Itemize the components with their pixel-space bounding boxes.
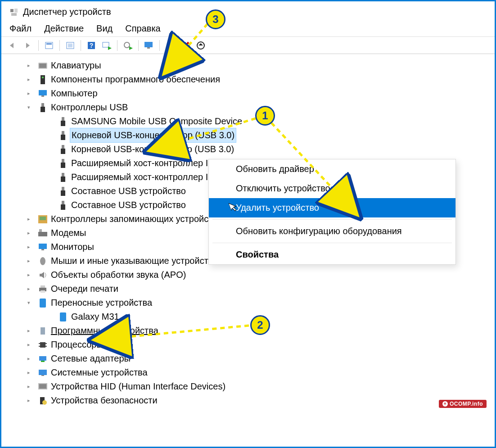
svg-rect-65 [45, 346, 47, 347]
svg-marker-4 [26, 43, 30, 48]
tree-label: Составное USB устройство [71, 198, 186, 212]
ctx-scan[interactable]: Обновить конфигурацию оборудования [209, 222, 455, 241]
tree-label: Составное USB устройство [71, 184, 186, 198]
svg-marker-3 [10, 43, 14, 48]
tree-item-usb-controllers[interactable]: ▾Контроллеры USB [1, 100, 495, 114]
mouse-icon [38, 257, 47, 266]
tree-item-network[interactable]: ▸Сетевые адаптеры [1, 352, 495, 366]
properties-button[interactable] [63, 39, 77, 52]
svg-rect-41 [62, 173, 64, 176]
svg-rect-18 [147, 47, 150, 49]
tree-item-audio-apo[interactable]: ▸Объекты обработки звука (APO) [1, 268, 495, 282]
tree-label: Переносные устройства [51, 296, 152, 310]
speaker-icon [38, 271, 47, 280]
add-legacy-button[interactable] [163, 39, 177, 52]
update-driver-button[interactable] [121, 39, 135, 52]
tree-item-samsung-usb[interactable]: SAMSUNG Mobile USB Composite Device [1, 114, 495, 128]
svg-rect-44 [61, 190, 65, 196]
back-button[interactable] [6, 39, 19, 52]
tree-item-portable[interactable]: ▾Переносные устройства [1, 296, 495, 310]
svg-rect-36 [61, 135, 65, 140]
tree-item-software-devices[interactable]: ▸Программные устройства [1, 324, 495, 338]
svg-rect-29 [39, 90, 47, 95]
toolbar: ? [1, 37, 495, 54]
svg-marker-16 [129, 46, 133, 50]
show-hide-tree-button[interactable] [42, 39, 56, 52]
computer-icon [38, 89, 47, 98]
system-icon [38, 368, 47, 377]
separator-icon [159, 40, 160, 51]
tree-item-system-devices[interactable]: ▸Системные устройства [1, 366, 495, 380]
svg-rect-42 [61, 176, 65, 182]
tree-item-root-hub-selected[interactable]: Корневой USB-концентратор (USB 3.0) [1, 128, 495, 142]
menubar[interactable]: Файл Действие Вид Справка [1, 20, 495, 37]
tree-item-print-queues[interactable]: ▸Очереди печати [1, 282, 495, 296]
svg-rect-50 [39, 229, 42, 232]
tree-item-galaxy-m31[interactable]: Galaxy M31 [1, 310, 495, 324]
watermark: + OCOMP.info [439, 400, 487, 408]
ctx-disable[interactable]: Отключить устройство [209, 179, 455, 198]
svg-rect-61 [40, 342, 45, 348]
svg-rect-68 [39, 370, 47, 375]
ctx-properties[interactable]: Свойства [209, 245, 455, 264]
printer-icon [38, 285, 47, 294]
tree-item-hid[interactable]: ▸Устройства HID (Human Interface Devices… [1, 380, 495, 394]
menu-view[interactable]: Вид [96, 23, 113, 34]
disable-button[interactable] [194, 39, 207, 52]
tree-label: Процессоры [51, 338, 103, 352]
tree-item-security[interactable]: ▸Устройства безопасности [1, 394, 495, 407]
annotation-badge-2: 2 [250, 315, 270, 335]
svg-rect-66 [39, 356, 46, 361]
scan-button[interactable] [100, 39, 113, 52]
tree-label: Мониторы [51, 240, 94, 254]
svg-rect-34 [61, 121, 65, 126]
svg-rect-0 [10, 9, 14, 12]
svg-rect-52 [41, 249, 44, 250]
usb-icon [59, 201, 68, 210]
svg-marker-24 [198, 43, 203, 45]
svg-rect-30 [41, 95, 44, 97]
tree-item-processors[interactable]: ▸Процессоры [1, 338, 495, 352]
separator [212, 219, 452, 220]
svg-rect-60 [41, 327, 45, 335]
tree-label: Клавиатуры [51, 59, 101, 72]
menu-help[interactable]: Справка [125, 23, 160, 34]
forward-button[interactable] [21, 39, 35, 52]
tree-item-computer[interactable]: ▸Компьютер [1, 86, 495, 100]
separator [212, 243, 452, 243]
usb-icon [59, 159, 68, 168]
ctx-uninstall[interactable]: Удалить устройство [209, 198, 455, 217]
svg-rect-58 [40, 299, 46, 308]
context-menu[interactable]: Обновить драйвер Отключить устройство Уд… [208, 159, 456, 265]
tree-item-software-components[interactable]: ▸Компоненты программного обеспечения [1, 72, 495, 86]
tree-item-keyboards[interactable]: ▸Клавиатуры [1, 59, 495, 72]
svg-rect-46 [61, 204, 65, 210]
usb-icon [38, 103, 47, 112]
svg-rect-69 [41, 375, 44, 376]
tree-label: Корневой USB-концентратор (USB 3.0) [70, 128, 236, 143]
svg-rect-64 [45, 343, 47, 344]
svg-rect-19 [168, 42, 172, 48]
svg-rect-37 [62, 145, 64, 149]
menu-action[interactable]: Действие [44, 23, 84, 34]
tree-label: Корневой USB-концентратор (USB 3.0) [71, 142, 234, 156]
svg-rect-40 [61, 163, 65, 168]
tree-label: Программные устройства [51, 324, 158, 338]
titlebar: Диспетчер устройств [1, 1, 495, 20]
ctx-update-driver[interactable]: Обновить драйвер [209, 159, 455, 179]
tree-item-root-hub[interactable]: Корневой USB-концентратор (USB 3.0) [1, 142, 495, 156]
svg-rect-43 [62, 187, 64, 190]
menu-file[interactable]: Файл [9, 23, 32, 34]
monitor-button[interactable] [142, 39, 156, 52]
svg-rect-49 [38, 232, 47, 236]
svg-marker-14 [108, 46, 112, 50]
tree-label: Компьютер [51, 86, 98, 100]
phone-icon [59, 312, 68, 321]
svg-rect-26 [39, 63, 46, 68]
svg-rect-32 [41, 107, 45, 112]
tree-label: Устройства безопасности [51, 394, 158, 407]
uninstall-button[interactable] [179, 39, 192, 52]
modem-icon [38, 229, 47, 238]
help-button[interactable]: ? [85, 39, 98, 52]
software-component-icon [38, 75, 47, 84]
